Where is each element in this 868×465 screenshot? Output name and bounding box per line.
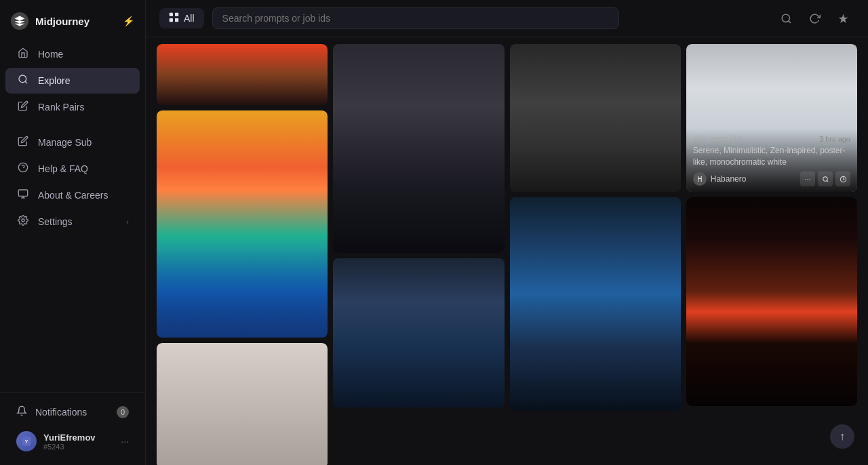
settings-icon bbox=[16, 215, 30, 228]
app-badge-icon: ⚡ bbox=[123, 16, 134, 26]
svg-line-15 bbox=[788, 20, 790, 22]
user-more-icon[interactable]: ··· bbox=[121, 436, 129, 447]
card-search-button[interactable] bbox=[818, 171, 833, 186]
svg-point-7 bbox=[22, 219, 24, 222]
app-logo-icon bbox=[11, 12, 28, 30]
card-pyramid[interactable] bbox=[686, 197, 857, 406]
card-astronaut[interactable] bbox=[333, 258, 504, 407]
svg-rect-4 bbox=[18, 190, 27, 196]
search-input[interactable] bbox=[212, 7, 619, 29]
main-content: All bbox=[146, 0, 868, 465]
topbar-actions bbox=[774, 7, 854, 30]
sidebar-item-explore-label: Explore bbox=[38, 75, 70, 86]
tab-all[interactable]: All bbox=[159, 8, 204, 28]
sidebar-item-explore[interactable]: Explore bbox=[5, 68, 140, 94]
settings-arrow-icon: › bbox=[126, 218, 129, 226]
card-description: Serene, Minimalistic, Zen-inspired, post… bbox=[693, 145, 850, 168]
svg-line-17 bbox=[827, 180, 828, 182]
user-name: YuriEfremov bbox=[43, 432, 114, 443]
user-profile[interactable]: Y YuriEfremov #5243 ··· bbox=[5, 425, 140, 458]
card-footer: H Habanero ··· bbox=[693, 171, 850, 186]
notifications-item[interactable]: Notifications 0 bbox=[5, 399, 140, 424]
card-statue[interactable] bbox=[157, 343, 328, 465]
notifications-badge: 0 bbox=[117, 406, 129, 418]
card-top1[interactable] bbox=[157, 44, 328, 105]
card-info-overlay: /v6_upscale 3 hrs ago Serene, Minimalist… bbox=[686, 129, 857, 192]
card-robot[interactable] bbox=[510, 197, 681, 411]
explore-icon bbox=[16, 74, 30, 87]
card-author-name: Habanero bbox=[711, 174, 796, 184]
svg-point-0 bbox=[19, 75, 26, 83]
card-figure[interactable] bbox=[333, 44, 504, 253]
sidebar-item-help-faq[interactable]: Help & FAQ bbox=[5, 156, 140, 182]
scroll-to-top-button[interactable]: ↑ bbox=[830, 424, 854, 449]
svg-rect-10 bbox=[170, 13, 173, 16]
card-actions: ··· bbox=[800, 171, 850, 186]
card-time: 3 hrs ago bbox=[819, 135, 850, 143]
sidebar-item-manage-sub-label: Manage Sub bbox=[38, 137, 92, 148]
sidebar-item-rank-pairs[interactable]: Rank Pairs bbox=[5, 94, 140, 120]
sparkle-button[interactable] bbox=[831, 7, 854, 30]
gallery: /v6_upscale 3 hrs ago Serene, Minimalist… bbox=[146, 37, 868, 465]
refresh-button[interactable] bbox=[803, 7, 826, 30]
sidebar-item-manage-sub[interactable]: Manage Sub bbox=[5, 129, 140, 155]
svg-rect-13 bbox=[175, 18, 178, 22]
card-command: /v6_upscale bbox=[693, 134, 743, 143]
sidebar-item-settings[interactable]: Settings › bbox=[5, 209, 140, 235]
gallery-col-1 bbox=[157, 44, 328, 465]
sidebar-nav: Home Explore Rank Pairs Manage Sub He bbox=[0, 38, 145, 392]
app-logo-header[interactable]: Midjourney ⚡ bbox=[0, 0, 145, 38]
sidebar-item-settings-label: Settings bbox=[38, 216, 73, 227]
card-save-button[interactable] bbox=[835, 171, 850, 186]
search-button[interactable] bbox=[774, 7, 797, 30]
sidebar-item-rank-pairs-label: Rank Pairs bbox=[38, 102, 84, 113]
svg-point-14 bbox=[782, 14, 789, 22]
about-icon bbox=[16, 188, 30, 202]
tab-all-label: All bbox=[184, 13, 195, 24]
svg-line-1 bbox=[25, 81, 27, 83]
sidebar-item-about-careers[interactable]: About & Careers bbox=[5, 182, 140, 208]
gallery-col-2 bbox=[333, 44, 504, 407]
svg-rect-11 bbox=[175, 13, 178, 16]
card-castle[interactable] bbox=[157, 110, 328, 338]
sidebar: Midjourney ⚡ Home Explore Rank Pairs bbox=[0, 0, 146, 465]
tab-all-grid-icon bbox=[169, 12, 179, 24]
gallery-col-3 bbox=[510, 44, 681, 411]
svg-rect-12 bbox=[170, 18, 173, 22]
gallery-col-4: /v6_upscale 3 hrs ago Serene, Minimalist… bbox=[686, 44, 857, 406]
sidebar-item-about-careers-label: About & Careers bbox=[38, 190, 108, 201]
app-title: Midjourney bbox=[35, 16, 90, 27]
sidebar-item-home-label: Home bbox=[38, 49, 63, 60]
home-icon bbox=[16, 47, 30, 61]
help-icon bbox=[16, 162, 30, 176]
notifications-label: Notifications bbox=[35, 407, 87, 418]
card-author-avatar: H bbox=[693, 172, 707, 186]
card-face[interactable] bbox=[510, 44, 681, 192]
user-info: YuriEfremov #5243 bbox=[43, 432, 114, 451]
rank-pairs-icon bbox=[16, 100, 30, 114]
notification-icon bbox=[16, 405, 27, 418]
sidebar-item-help-faq-label: Help & FAQ bbox=[38, 163, 88, 174]
card-floating[interactable]: /v6_upscale 3 hrs ago Serene, Minimalist… bbox=[686, 44, 857, 192]
user-avatar: Y bbox=[16, 431, 37, 451]
manage-sub-icon bbox=[16, 136, 30, 149]
sidebar-item-home[interactable]: Home bbox=[5, 41, 140, 67]
sidebar-bottom: Notifications 0 Y YuriEfremov #5243 ··· bbox=[0, 392, 145, 465]
card-more-button[interactable]: ··· bbox=[800, 171, 815, 186]
topbar: All bbox=[146, 0, 868, 37]
user-id: #5243 bbox=[43, 443, 114, 451]
svg-text:Y: Y bbox=[25, 439, 28, 444]
masonry-grid: /v6_upscale 3 hrs ago Serene, Minimalist… bbox=[157, 44, 857, 465]
